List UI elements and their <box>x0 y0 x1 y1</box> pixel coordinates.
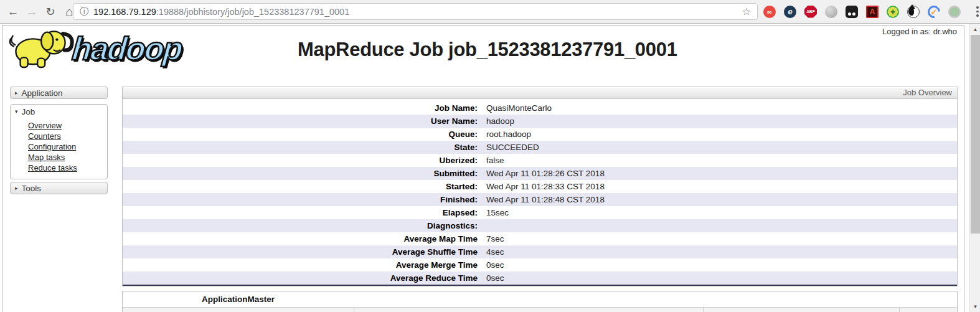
sidebar: ▸ Application ▾ Job Overview Counters Co… <box>10 87 108 194</box>
forward-button[interactable]: → <box>22 2 41 21</box>
am-col-logs: Logs <box>899 308 957 312</box>
row-value: QuasiMonteCarlo <box>478 103 552 113</box>
infinity-extension-icon[interactable]: ∞ <box>763 6 776 18</box>
row-label: State: <box>123 143 478 152</box>
row-label: Average Shuffle Time <box>123 247 478 257</box>
am-col-start-time: Start Time <box>354 308 703 312</box>
row-value: false <box>478 156 504 165</box>
url-bar[interactable]: ⓘ 192.168.79.129:19888/jobhistory/job/jo… <box>73 3 758 20</box>
chevron-down-icon: ▾ <box>15 108 18 115</box>
url-text: 192.168.79.129:19888/jobhistory/job/job_… <box>93 7 349 17</box>
hadoop-logo-text: hadoop <box>70 30 183 67</box>
table-row: Started:Wed Apr 11 01:28:33 CST 2018 <box>123 180 957 193</box>
row-value: 0sec <box>478 260 504 270</box>
row-label: Uberized: <box>123 156 478 165</box>
sidebar-section-tools[interactable]: ▸ Tools <box>10 182 108 194</box>
table-row: Submitted:Wed Apr 11 01:28:26 CST 2018 <box>123 167 957 180</box>
am-caption: ApplicationMaster <box>123 295 354 304</box>
row-label: Elapsed: <box>123 208 478 217</box>
panel-title: Job Overview <box>123 87 957 99</box>
row-value: root.hadoop <box>478 130 531 139</box>
sidebar-item-configuration[interactable]: Configuration <box>28 141 107 152</box>
table-row: Average Map Time7sec <box>123 232 957 245</box>
table-row: Average Reduce Time0sec <box>123 272 957 285</box>
row-value: 0sec <box>478 273 504 283</box>
scrollbar-thumb[interactable] <box>971 35 980 234</box>
row-label: Average Merge Time <box>123 260 478 270</box>
sidebar-item-overview[interactable]: Overview <box>28 120 107 131</box>
table-row: User Name:hadoop <box>123 115 957 128</box>
page-title: MapReduce Job job_1523381237791_0001 <box>298 39 677 61</box>
hadoop-elephant-icon <box>7 26 81 71</box>
logged-in-status: Logged in as: dr.who <box>882 27 957 36</box>
evernote-extension-icon[interactable]: e <box>784 6 796 18</box>
sidebar-section-label: Tools <box>22 184 42 193</box>
row-value: Wed Apr 11 01:28:33 CST 2018 <box>478 182 605 191</box>
table-row: State:SUCCEEDED <box>123 141 957 154</box>
chevron-right-icon: ▸ <box>15 90 18 96</box>
row-label: Finished: <box>123 195 478 204</box>
sidebar-item-map-tasks[interactable]: Map tasks <box>28 152 107 163</box>
sidebar-section-job-panel: ▾ Job Overview Counters Configuration Ma… <box>10 104 108 179</box>
sidebar-section-job[interactable]: ▾ Job <box>11 105 107 118</box>
chevron-right-icon: ▸ <box>15 185 18 191</box>
row-value: Wed Apr 11 01:28:48 CST 2018 <box>478 195 605 204</box>
bookmark-star-icon[interactable]: ☆ <box>742 6 751 17</box>
table-row: Job Name:QuasiMonteCarlo <box>123 102 957 115</box>
extensions-row: ∞ e ABP A + ✓ <box>763 0 980 23</box>
job-overview-panel: Job Overview Job Name:QuasiMonteCarlo Us… <box>122 87 958 286</box>
row-value: 15sec <box>478 208 509 217</box>
browser-menu-button[interactable] <box>973 2 980 21</box>
row-label: Job Name: <box>123 103 478 113</box>
dark-square-extension-icon[interactable] <box>846 6 858 18</box>
status-dot-extension-icon[interactable] <box>948 6 961 18</box>
sidebar-section-application[interactable]: ▸ Application <box>10 87 108 99</box>
row-value: SUCCEEDED <box>478 143 539 152</box>
row-label: Started: <box>123 182 478 191</box>
reload-button[interactable]: ↻ <box>41 2 60 21</box>
adblock-extension-icon[interactable]: ABP <box>804 6 817 18</box>
row-value: Wed Apr 11 01:28:26 CST 2018 <box>478 169 605 178</box>
am-header-row: Attempt Number Start Time Node Logs <box>123 307 957 312</box>
row-label: Diagnostics: <box>123 221 478 230</box>
row-label: User Name: <box>123 116 478 126</box>
scroll-up-arrow-icon[interactable]: ▲ <box>970 24 980 34</box>
row-label: Average Reduce Time <box>123 273 478 283</box>
am-col-node: Node <box>703 308 899 312</box>
table-row: Elapsed:15sec <box>123 206 957 219</box>
row-label: Average Map Time <box>123 234 478 243</box>
url-path: :19888/jobhistory/job/job_1523381237791_… <box>156 7 349 17</box>
row-label: Queue: <box>123 130 478 139</box>
am-caption-row: ApplicationMaster <box>123 291 957 307</box>
sidebar-item-counters[interactable]: Counters <box>28 131 107 141</box>
row-label: Submitted: <box>123 169 478 178</box>
row-value: hadoop <box>478 116 514 126</box>
sidebar-section-label: Application <box>22 88 63 98</box>
table-row: Average Shuffle Time4sec <box>123 245 957 258</box>
url-host: 192.168.79.129 <box>93 7 156 17</box>
sidebar-item-reduce-tasks[interactable]: Reduce tasks <box>28 163 107 173</box>
vertical-scrollbar[interactable]: ▲ ▼ <box>969 24 980 312</box>
application-master-table: ApplicationMaster Attempt Number Start T… <box>122 291 958 312</box>
green-plus-extension-icon[interactable]: + <box>887 6 899 18</box>
overview-rows: Job Name:QuasiMonteCarlo User Name:hadoo… <box>123 99 957 285</box>
sphere-extension-icon[interactable] <box>825 6 837 18</box>
scroll-down-arrow-icon[interactable]: ▼ <box>970 301 980 311</box>
cat-extension-icon[interactable] <box>907 6 920 18</box>
back-button[interactable]: ← <box>4 2 22 21</box>
table-row: Queue:root.hadoop <box>123 128 957 141</box>
page-info-icon[interactable]: ⓘ <box>80 6 88 17</box>
table-row: Uberized:false <box>123 154 957 167</box>
adobe-acrobat-extension-icon[interactable]: A <box>866 6 879 18</box>
row-value: 7sec <box>478 234 504 243</box>
browser-toolbar: ← → ↻ ⌂ ⓘ 192.168.79.129:19888/jobhistor… <box>0 0 980 24</box>
sidebar-section-label: Job <box>22 107 35 116</box>
table-row: Diagnostics: <box>123 219 957 232</box>
table-row: Average Merge Time0sec <box>123 258 957 272</box>
panel-bottom-border <box>123 285 957 286</box>
hadoop-logo[interactable]: hadoop <box>7 26 200 71</box>
row-value: 4sec <box>478 247 504 257</box>
am-col-attempt-number: Attempt Number <box>123 308 354 312</box>
table-row: Finished:Wed Apr 11 01:28:48 CST 2018 <box>123 193 957 206</box>
check-extension-icon[interactable]: ✓ <box>925 2 943 20</box>
